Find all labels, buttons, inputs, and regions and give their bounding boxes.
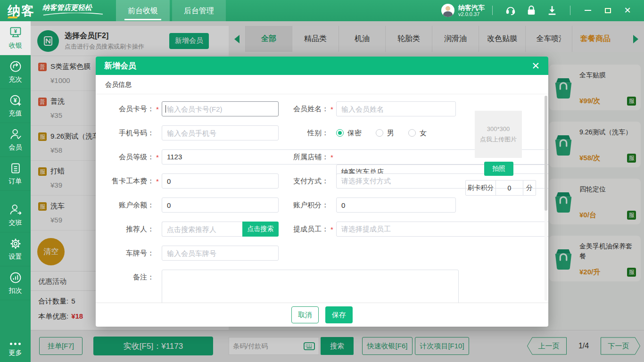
topbar-right: 纳客汽车 v2.0.0.37 ✕ <box>441 4 637 17</box>
recharge-times-icon <box>9 60 22 73</box>
tab-backstage[interactable]: 后台管理 <box>172 0 226 21</box>
user-info: 纳客汽车 v2.0.0.37 <box>458 4 485 17</box>
required-mark: * <box>156 174 159 189</box>
top-up-icon: ¥ <box>9 94 22 107</box>
select-placeholder: 请选择支付方式 <box>341 177 391 185</box>
radio-gender-secret[interactable]: 保密 <box>336 129 362 138</box>
gear-icon <box>9 237 22 250</box>
select-placeholder: 请选择提成员工 <box>341 225 391 233</box>
take-photo-button[interactable]: 拍照 <box>484 162 513 176</box>
referrer-input[interactable] <box>162 222 242 237</box>
field-label-plate: 车牌号： <box>96 246 154 261</box>
sidebar-item-orders[interactable]: 订单 <box>0 157 31 191</box>
required-mark: * <box>156 102 159 117</box>
radio-dot <box>336 129 344 137</box>
tagline-swoosh <box>42 13 104 16</box>
plate-input[interactable] <box>162 246 279 261</box>
sidebar-item-cashier[interactable]: ¥ 收银 <box>0 21 31 55</box>
photo-upload-box[interactable]: 300*300 点我上传图片 <box>475 111 522 158</box>
field-label-points: 账户积分： <box>256 197 329 213</box>
field-label-card-fee: 售卡工本费： <box>96 173 154 189</box>
field-label-phone: 手机号码： <box>96 125 154 140</box>
radio-dot <box>376 129 383 137</box>
field-label-store: 所属店铺： <box>256 149 329 165</box>
save-button[interactable]: 保存 <box>325 306 353 323</box>
app-version: v2.0.0.37 <box>458 11 485 17</box>
section-title: 会员信息 <box>96 75 548 94</box>
app-window: 纳客 纳客管店更轻松 前台收银 后台管理 纳客汽车 v2.0.0.37 <box>0 0 644 362</box>
divider <box>570 6 570 15</box>
select-value: 1123 <box>167 153 182 161</box>
field-label-card-no: 会员卡号： <box>96 101 154 116</box>
required-mark: * <box>330 222 333 237</box>
required-mark: * <box>330 150 333 165</box>
svg-text:¥: ¥ <box>13 97 17 104</box>
main-tabs: 前台收银 后台管理 <box>116 0 228 21</box>
text-caret <box>165 105 166 113</box>
dialog-title: 新增会员 <box>104 60 136 71</box>
field-label-referrer: 推荐人： <box>96 222 154 237</box>
dialog-body: 会员信息 会员卡号： * 会员姓名： * 手机号码： <box>96 75 548 303</box>
cancel-button[interactable]: 取消 <box>291 306 319 323</box>
field-label-remark: 备注： <box>96 270 154 285</box>
radio-gender-female[interactable]: 女 <box>408 129 427 138</box>
field-label-member-name: 会员姓名： <box>256 101 329 116</box>
user-avatar[interactable] <box>441 4 454 17</box>
customer-service-icon[interactable] <box>505 5 516 16</box>
sidebar-item-deduct-times[interactable]: 扣次 <box>0 266 31 300</box>
required-mark: * <box>330 102 333 117</box>
photo-size-hint: 300*300 <box>487 125 510 132</box>
download-icon[interactable] <box>546 5 558 16</box>
radio-gender-male[interactable]: 男 <box>376 129 394 138</box>
shift-icon <box>9 203 22 216</box>
gender-radio-group: 保密 男 女 <box>336 125 456 140</box>
modal-scrollbar-track[interactable] <box>545 96 547 301</box>
field-label-gender: 性别： <box>256 125 329 140</box>
order-icon <box>9 162 22 175</box>
member-icon <box>9 128 22 141</box>
required-mark: * <box>156 150 159 165</box>
user-name: 纳客汽车 <box>458 4 485 11</box>
sidebar-item-recharge-times[interactable]: 充次 <box>0 55 31 89</box>
commission-staff-select[interactable]: 请选择提成员工 <box>336 222 548 237</box>
sidebar-item-settings[interactable]: 设置 <box>0 232 31 266</box>
radio-dot <box>408 129 416 137</box>
photo-upload-hint: 点我上传图片 <box>480 135 517 144</box>
brand-logo: 纳客 <box>8 2 35 19</box>
brand-logo-text: 纳客 <box>8 4 35 18</box>
sidebar-item-more[interactable]: 更多 <box>0 334 31 362</box>
remark-textarea[interactable] <box>162 270 459 303</box>
topbar: 纳客 纳客管店更轻松 前台收银 后台管理 纳客汽车 v2.0.0.37 <box>0 0 644 21</box>
sidebar-item-shift[interactable]: 交班 <box>0 198 31 232</box>
card-points-group: 刷卡积分 0 分 <box>465 180 536 196</box>
modal-scrollbar-thumb[interactable] <box>545 96 547 211</box>
sidebar: ¥ 收银 充次 ¥ 充值 会员 订单 交班 设置 扣次 <box>0 21 31 362</box>
svg-text:¥: ¥ <box>14 28 17 34</box>
card-points-input[interactable]: 0 <box>496 181 523 195</box>
maximize-button[interactable] <box>603 6 612 15</box>
sidebar-item-top-up[interactable]: ¥ 充值 <box>0 89 31 123</box>
lock-icon[interactable] <box>526 5 537 16</box>
logo-accent <box>8 16 18 18</box>
cashier-icon: ¥ <box>9 26 22 39</box>
card-points-label: 刷卡积分 <box>466 181 496 195</box>
field-label-staff: 提成员工： <box>256 222 329 237</box>
divider <box>492 6 493 15</box>
deduct-times-icon <box>9 271 22 284</box>
field-label-balance: 账户余额： <box>96 197 154 213</box>
minimize-button[interactable] <box>584 6 592 15</box>
card-points-unit: 分 <box>523 181 536 195</box>
sidebar-item-members[interactable]: 会员 <box>0 123 31 157</box>
tab-front-cashier[interactable]: 前台收银 <box>116 0 170 21</box>
brand-tagline: 纳客管店更轻松 <box>42 3 104 16</box>
close-icon[interactable]: ✕ <box>531 61 540 71</box>
member-name-input[interactable] <box>336 101 456 116</box>
field-label-level: 会员等级： <box>96 149 154 165</box>
more-dots-icon <box>9 339 22 346</box>
dialog-header: 新增会员 ✕ <box>96 57 548 75</box>
points-input[interactable] <box>336 197 456 213</box>
dialog-footer: 取消 保存 <box>96 303 548 327</box>
field-label-pay-method: 支付方式： <box>256 173 329 189</box>
close-window-button[interactable]: ✕ <box>623 6 632 15</box>
add-member-dialog: 新增会员 ✕ 会员信息 会员卡号： * 会员姓名： * 手机号码 <box>96 57 548 327</box>
